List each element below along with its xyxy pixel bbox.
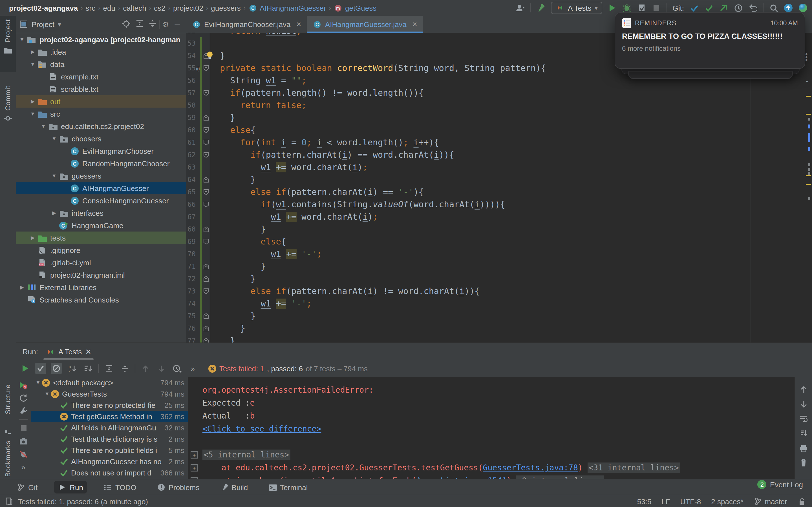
fold-marker-icon[interactable] bbox=[202, 90, 210, 96]
build-hammer-icon[interactable] bbox=[536, 3, 545, 12]
fold-marker-icon[interactable] bbox=[202, 177, 210, 182]
tool-window-button-run[interactable]: Run bbox=[54, 481, 87, 494]
scroll-down-icon[interactable] bbox=[799, 399, 808, 408]
project-tree-item-guessers[interactable]: ▼guessers bbox=[16, 170, 186, 182]
scrollbar-mark-blue-tall[interactable] bbox=[808, 133, 810, 142]
print-icon[interactable] bbox=[799, 443, 808, 452]
code-line-60[interactable]: 60 else{ bbox=[186, 124, 812, 136]
project-tree-item-edu-caltech-cs2-project02[interactable]: ▼edu.caltech.cs2.project02 bbox=[16, 120, 186, 132]
scrollbar-mark-warn[interactable] bbox=[806, 96, 811, 97]
test-tree-item[interactable]: Test getGuess Method in362 ms bbox=[31, 411, 188, 422]
code-line-62[interactable]: 62 if(pattern.charAt(i) == word.charAt(i… bbox=[186, 149, 812, 161]
hide-panel-icon[interactable]: ─ bbox=[175, 20, 180, 29]
tool-window-button-terminal[interactable]: Terminal bbox=[264, 481, 312, 494]
rerun-icon[interactable] bbox=[19, 363, 31, 374]
test-history-icon[interactable] bbox=[171, 363, 183, 374]
breadcrumb-item[interactable]: guessers bbox=[211, 4, 241, 12]
line-number[interactable]: 76 bbox=[186, 325, 196, 332]
code-line-76[interactable]: 76 } bbox=[186, 322, 812, 335]
tool-button-bookmarks[interactable]: Bookmarks bbox=[0, 437, 16, 486]
fold-marker-icon[interactable] bbox=[202, 65, 210, 71]
event-log-button[interactable]: 2 Event Log bbox=[758, 480, 803, 489]
sort-alpha-icon[interactable]: az bbox=[66, 363, 78, 374]
line-number[interactable]: 52 bbox=[186, 33, 196, 35]
run-icon[interactable] bbox=[608, 3, 617, 12]
project-tree-item-consolehangmanguesser[interactable]: CConsoleHangmanGuesser bbox=[16, 194, 186, 207]
next-failed-icon[interactable] bbox=[156, 363, 167, 374]
snapshot-camera-icon[interactable] bbox=[19, 437, 28, 446]
line-number[interactable]: 62 bbox=[186, 151, 196, 159]
chevron-right-icon[interactable]: ▶ bbox=[30, 235, 36, 240]
tool-window-button-build[interactable]: Build bbox=[216, 481, 252, 494]
scrollbar-mark-warn[interactable] bbox=[806, 114, 811, 115]
chevron-down-icon[interactable]: ▼ bbox=[51, 136, 57, 142]
test-tree-item[interactable]: Does not use or import d366 ms bbox=[31, 467, 188, 478]
run-configuration-select[interactable]: A Tests▾ bbox=[551, 2, 602, 14]
close-icon[interactable]: ✕ bbox=[412, 20, 417, 28]
more-chevron-icon[interactable]: » bbox=[187, 363, 199, 374]
project-tree-item--gitignore[interactable]: .gitignore bbox=[16, 244, 186, 256]
line-number[interactable]: 68 bbox=[186, 225, 196, 233]
expand-all-icon[interactable] bbox=[103, 363, 114, 374]
line-number[interactable]: 77 bbox=[186, 337, 196, 342]
code-line-58[interactable]: 58 return false; bbox=[186, 99, 812, 112]
fold-marker-icon[interactable] bbox=[202, 338, 210, 342]
scrollbar-mark-gray[interactable] bbox=[808, 197, 810, 200]
project-tree-item--gitlab-ci-yml[interactable]: YML.gitlab-ci.yml bbox=[16, 256, 186, 269]
push-icon[interactable] bbox=[719, 3, 728, 12]
chevron-down-icon[interactable]: ▼ bbox=[41, 123, 46, 129]
fold-marker-icon[interactable] bbox=[202, 264, 210, 269]
test-tree-item[interactable]: There are no protected fie25 ms bbox=[31, 399, 188, 411]
update-available-icon[interactable] bbox=[784, 3, 793, 12]
update-check-icon[interactable] bbox=[690, 3, 699, 12]
fold-marker-icon[interactable] bbox=[202, 239, 210, 244]
project-tree-item-external-libraries[interactable]: ▶External Libraries bbox=[16, 281, 186, 293]
code-line-64[interactable]: 64 } bbox=[186, 173, 812, 186]
chevron-down-icon[interactable]: ▼ bbox=[45, 391, 50, 397]
coverage-icon[interactable] bbox=[637, 3, 646, 12]
line-number[interactable]: 59 bbox=[186, 114, 196, 122]
fold-marker-icon[interactable] bbox=[202, 326, 210, 331]
caret-position[interactable]: 53:5 bbox=[637, 497, 652, 506]
test-tree-item[interactable]: ▼GuesserTests794 ms bbox=[31, 388, 188, 399]
fold-marker-icon[interactable] bbox=[202, 152, 210, 158]
status-message[interactable]: Tests failed: 1, passed: 6 (a minute ago… bbox=[18, 497, 148, 506]
show-passed-icon[interactable] bbox=[35, 363, 46, 374]
breadcrumb-item[interactable]: CAIHangmanGuesser bbox=[248, 3, 326, 12]
stop-icon[interactable] bbox=[652, 3, 661, 12]
line-separator[interactable]: LF bbox=[661, 497, 670, 506]
chevron-right-icon[interactable]: ▶ bbox=[19, 284, 25, 290]
code-line-74[interactable]: 74 w1 += '-'; bbox=[186, 297, 812, 310]
test-tree-item[interactable]: ▼<default package>794 ms bbox=[31, 377, 188, 388]
scrollbar-mark-gray[interactable] bbox=[808, 172, 810, 175]
code-line-65[interactable]: 65 else if(pattern.charAt(i) == '-'){ bbox=[186, 186, 812, 198]
history-clock-icon[interactable] bbox=[733, 3, 743, 12]
tool-button-structure[interactable]: Structure bbox=[0, 381, 16, 427]
scroll-up-icon[interactable] bbox=[799, 385, 808, 394]
breadcrumb-item[interactable]: mgetGuess bbox=[334, 3, 376, 12]
settings-gear-icon[interactable]: ⚙ bbox=[162, 20, 169, 29]
chevron-down-icon[interactable]: ▼ bbox=[30, 61, 36, 67]
chevron-right-icon[interactable]: ▶ bbox=[51, 210, 57, 216]
line-number[interactable]: 61 bbox=[186, 138, 196, 147]
git-branch-widget[interactable]: master bbox=[754, 497, 787, 506]
locate-icon[interactable] bbox=[122, 19, 130, 29]
line-number[interactable]: 66 bbox=[186, 201, 196, 209]
code-line-59[interactable]: 59 } bbox=[186, 112, 812, 124]
fold-marker-icon[interactable] bbox=[202, 226, 210, 232]
fold-marker-icon[interactable] bbox=[202, 189, 210, 195]
project-tree-item-data[interactable]: ▼data bbox=[16, 58, 186, 70]
tool-button-project[interactable]: Project bbox=[0, 16, 16, 72]
project-tree-item-interfaces[interactable]: ▶interfaces bbox=[16, 207, 186, 219]
line-number[interactable]: 73 bbox=[186, 287, 196, 295]
expand-all-icon[interactable] bbox=[136, 20, 143, 29]
unlock-icon[interactable] bbox=[797, 497, 806, 506]
indent-style[interactable]: 2 spaces* bbox=[711, 497, 743, 506]
chevron-down-icon[interactable]: ▼ bbox=[19, 37, 25, 42]
code-line-66[interactable]: 66 if(w1.contains(String.valueOf(word.ch… bbox=[186, 198, 812, 211]
chevron-down-icon[interactable]: ⌄ bbox=[805, 76, 810, 84]
project-tree-item-example-txt[interactable]: example.txt bbox=[16, 70, 186, 83]
user-icon[interactable] bbox=[515, 3, 524, 12]
project-tree-item-hangmangame[interactable]: CHangmanGame bbox=[16, 219, 186, 231]
run-tab-a-tests[interactable]: A Tests ✕ bbox=[46, 343, 91, 360]
